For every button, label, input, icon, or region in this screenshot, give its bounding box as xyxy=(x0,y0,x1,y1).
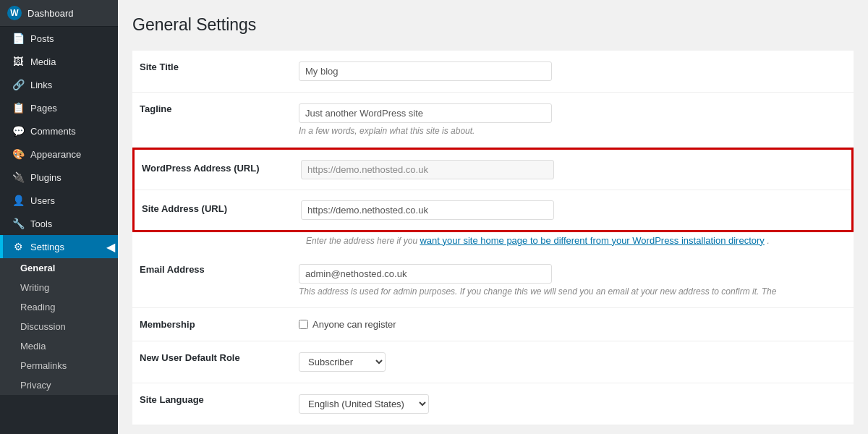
membership-label: Membership xyxy=(132,307,292,341)
new-user-role-row: New User Default Role Subscriber Contrib… xyxy=(132,341,854,383)
sidebar-item-links[interactable]: 🔗 Links xyxy=(0,73,118,96)
email-hint: This address is used for admin purposes.… xyxy=(299,286,846,297)
sidebar-item-label: Tools xyxy=(30,218,52,229)
submenu-item-general[interactable]: General xyxy=(0,258,118,278)
site-language-cell: English (United States) English (UK) xyxy=(292,383,854,425)
appearance-icon: 🎨 xyxy=(12,148,25,160)
new-user-role-cell: Subscriber Contributor Author Editor Adm… xyxy=(292,341,854,383)
dashboard-label: Dashboard xyxy=(27,8,74,19)
site-address-hint-prefix: Enter the address here if you xyxy=(306,236,420,246)
submenu-item-privacy[interactable]: Privacy xyxy=(0,375,118,395)
site-address-hint-suffix: . xyxy=(767,236,769,246)
sidebar-item-label: Plugins xyxy=(30,172,61,183)
pages-icon: 📋 xyxy=(12,102,25,114)
media-icon: 🖼 xyxy=(12,56,25,67)
membership-cell: Anyone can register xyxy=(292,307,854,341)
sidebar-item-label: Comments xyxy=(30,126,76,137)
settings-arrow-icon: ◀ xyxy=(106,240,118,254)
site-address-row: Site Address (URL) xyxy=(135,190,851,230)
site-address-input[interactable] xyxy=(301,200,554,220)
email-input[interactable] xyxy=(299,264,552,284)
sidebar-item-plugins[interactable]: 🔌 Plugins xyxy=(0,166,118,189)
plugins-icon: 🔌 xyxy=(12,171,25,183)
new-user-role-select[interactable]: Subscriber Contributor Author Editor Adm… xyxy=(299,352,386,372)
settings-form: Site Title Tagline In a few words, expla… xyxy=(132,51,854,425)
site-title-input[interactable] xyxy=(299,61,552,81)
new-user-role-label: New User Default Role xyxy=(132,341,292,383)
posts-icon: 📄 xyxy=(12,33,25,44)
submenu-item-reading[interactable]: Reading xyxy=(0,297,118,317)
sidebar-item-label: Appearance xyxy=(30,149,81,160)
main-content: General Settings Site Title Tagline In a… xyxy=(118,0,868,434)
submenu-item-permalinks[interactable]: Permalinks xyxy=(0,356,118,375)
submenu-item-writing[interactable]: Writing xyxy=(0,278,118,297)
sidebar-item-label: Pages xyxy=(30,103,57,114)
sidebar-item-appearance[interactable]: 🎨 Appearance xyxy=(0,142,118,166)
tagline-input[interactable] xyxy=(299,103,552,123)
sidebar-item-tools[interactable]: 🔧 Tools xyxy=(0,212,118,235)
sidebar-item-label: Users xyxy=(30,195,55,206)
email-cell: This address is used for admin purposes.… xyxy=(292,253,854,308)
settings-submenu: General Writing Reading Discussion Media… xyxy=(0,258,118,395)
wp-address-field xyxy=(301,160,844,179)
wp-address-row: WordPress Address (URL) xyxy=(135,150,851,190)
sidebar-item-users[interactable]: 👤 Users xyxy=(0,189,118,212)
sidebar: W Dashboard 📄 Posts 🖼 Media 🔗 Links 📋 Pa… xyxy=(0,0,118,434)
email-label: Email Address xyxy=(132,253,292,308)
site-title-cell xyxy=(292,51,854,93)
submenu-item-discussion[interactable]: Discussion xyxy=(0,317,118,336)
wp-address-input[interactable] xyxy=(301,160,554,179)
wp-address-label: WordPress Address (URL) xyxy=(142,160,301,174)
membership-checkbox-wrap: Anyone can register xyxy=(299,319,846,330)
email-row: Email Address This address is used for a… xyxy=(132,253,854,308)
settings-icon: ⚙ xyxy=(12,241,25,252)
sidebar-item-label: Settings xyxy=(30,242,64,252)
tagline-row: Tagline In a few words, explain what thi… xyxy=(132,92,854,147)
site-address-hint-wrap: Enter the address here if you want your … xyxy=(132,232,854,253)
sidebar-item-settings[interactable]: ⚙ Settings ◀ xyxy=(0,235,118,258)
membership-row: Membership Anyone can register xyxy=(132,307,854,341)
links-icon: 🔗 xyxy=(12,79,25,90)
membership-checkbox[interactable] xyxy=(299,320,308,329)
users-icon: 👤 xyxy=(12,195,25,206)
wp-logo-icon: W xyxy=(7,6,22,20)
sidebar-item-label: Media xyxy=(30,56,56,67)
sidebar-nav: 📄 Posts 🖼 Media 🔗 Links 📋 Pages 💬 Commen… xyxy=(0,27,118,395)
submenu-item-media[interactable]: Media xyxy=(0,336,118,356)
membership-checkbox-label: Anyone can register xyxy=(312,319,396,330)
site-language-label: Site Language xyxy=(132,383,292,425)
site-language-row: Site Language English (United States) En… xyxy=(132,383,854,425)
url-highlighted-section: WordPress Address (URL) Site Address (UR… xyxy=(132,148,854,232)
sidebar-item-pages[interactable]: 📋 Pages xyxy=(0,96,118,119)
site-language-select[interactable]: English (United States) English (UK) xyxy=(299,394,429,414)
site-title-label: Site Title xyxy=(132,51,292,93)
tagline-cell: In a few words, explain what this site i… xyxy=(292,92,854,147)
site-address-label: Site Address (URL) xyxy=(142,200,301,214)
tagline-hint: In a few words, explain what this site i… xyxy=(299,126,846,136)
tools-icon: 🔧 xyxy=(12,218,25,229)
sidebar-item-media[interactable]: 🖼 Media xyxy=(0,50,118,73)
sidebar-item-label: Posts xyxy=(30,33,54,44)
tagline-label: Tagline xyxy=(132,92,292,147)
site-address-field xyxy=(301,200,844,220)
comments-icon: 💬 xyxy=(12,125,25,137)
page-title: General Settings xyxy=(132,14,854,36)
settings-table: Site Title Tagline In a few words, expla… xyxy=(132,51,854,148)
sidebar-item-posts[interactable]: 📄 Posts xyxy=(0,27,118,50)
sidebar-item-comments[interactable]: 💬 Comments xyxy=(0,119,118,142)
sidebar-item-label: Links xyxy=(30,80,52,90)
site-title-row: Site Title xyxy=(132,51,854,93)
settings-table-bottom: Email Address This address is used for a… xyxy=(132,253,854,425)
site-address-hint-link[interactable]: want your site home page to be different… xyxy=(420,235,764,246)
dashboard-item[interactable]: W Dashboard xyxy=(0,0,118,27)
